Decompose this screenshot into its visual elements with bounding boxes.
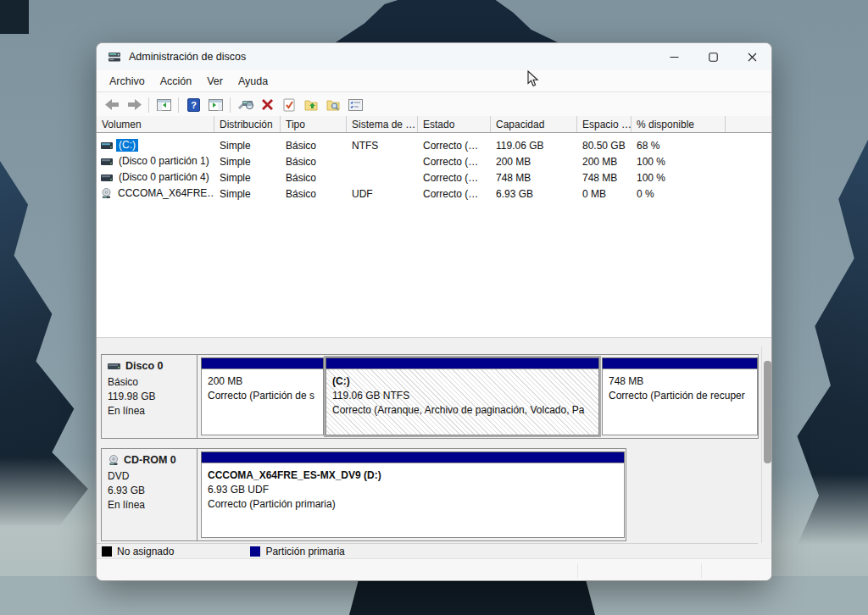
- partition-c[interactable]: (C:) 119.06 GB NTFS Correcto (Arranque, …: [326, 357, 599, 435]
- partition-size: 748 MB: [609, 374, 757, 389]
- cell-disponible: 68 %: [632, 140, 726, 152]
- help-button[interactable]: ?: [183, 96, 203, 114]
- statusbar-divider: [701, 563, 702, 579]
- volume-name[interactable]: (C:): [116, 139, 138, 152]
- disk-name: CD-ROM 0: [124, 454, 176, 466]
- cell-distribucion: Simple: [214, 156, 281, 168]
- show-action-pane-button[interactable]: [205, 96, 225, 114]
- properties-button[interactable]: [345, 96, 365, 114]
- toolbar: ?: [97, 92, 771, 118]
- scrollbar-thumb[interactable]: [764, 361, 771, 463]
- folder-search-icon: [326, 98, 340, 111]
- minimize-button[interactable]: [654, 43, 693, 70]
- partition-primary-strip: [602, 357, 758, 368]
- volume-row-partition1[interactable]: (Disco 0 partición 1) Simple Básico Corr…: [97, 153, 771, 169]
- mark-partition-button[interactable]: [279, 96, 299, 114]
- forward-button[interactable]: [124, 96, 144, 114]
- rescan-disks-button[interactable]: [235, 96, 255, 114]
- menu-ver[interactable]: Ver: [199, 73, 231, 90]
- partition-recovery[interactable]: 748 MB Correcto (Partición de recuper: [602, 357, 758, 435]
- disk-management-window: Administración de discos Archivo Acción …: [96, 42, 772, 581]
- disk0-row: Disco 0 Básico 119.98 GB En línea 200 MB…: [101, 354, 759, 439]
- disk-size: 119.98 GB: [108, 390, 197, 404]
- volume-list-header: Volumen Distribución Tipo Sistema de … E…: [97, 116, 771, 133]
- column-header-espacio[interactable]: Espacio …: [577, 116, 632, 132]
- open-button[interactable]: [301, 96, 321, 114]
- partition-primary-strip: [201, 452, 625, 463]
- show-console-tree-button[interactable]: [153, 96, 174, 114]
- column-header-volumen[interactable]: Volumen: [97, 116, 214, 132]
- menu-archivo[interactable]: Archivo: [102, 73, 153, 90]
- column-header-distribucion[interactable]: Distribución: [214, 116, 281, 132]
- delete-x-icon: [261, 98, 274, 111]
- disk-management-app-icon: [108, 50, 121, 64]
- cell-estado: Correcto (…: [418, 140, 491, 152]
- toolbar-separator: [178, 97, 179, 113]
- partition-system-reserved[interactable]: 200 MB Correcto (Partición de s: [201, 357, 324, 435]
- properties-list-icon: [348, 99, 363, 111]
- column-header-sistema[interactable]: Sistema de …: [347, 116, 418, 132]
- column-header-disponible[interactable]: % disponible: [632, 116, 726, 132]
- column-header-estado[interactable]: Estado: [418, 116, 491, 132]
- disk-type: DVD: [108, 469, 197, 484]
- disk-pane-scrollbar[interactable]: [761, 346, 772, 543]
- column-header-tipo[interactable]: Tipo: [281, 116, 347, 132]
- volume-name[interactable]: (Disco 0 partición 4): [116, 171, 212, 184]
- cell-capacidad: 6.93 GB: [491, 188, 577, 200]
- window-title: Administración de discos: [129, 51, 246, 63]
- cell-distribucion: Simple: [214, 188, 281, 200]
- cell-tipo: Básico: [281, 140, 347, 152]
- menu-accion[interactable]: Acción: [153, 73, 200, 90]
- drive-icon: [101, 141, 113, 150]
- cell-espacio: 0 MB: [577, 188, 632, 200]
- rescan-disks-icon: [237, 98, 253, 111]
- cdrom0-label-panel[interactable]: CD-ROM 0 DVD 6.93 GB En línea: [102, 449, 198, 540]
- cell-estado: Correcto (…: [418, 156, 491, 168]
- disk-graphical-pane: Disco 0 Básico 119.98 GB En línea 200 MB…: [97, 337, 771, 559]
- title-bar[interactable]: Administración de discos: [97, 43, 771, 70]
- legend-label-unallocated: No asignado: [117, 546, 174, 557]
- cell-tipo: Básico: [281, 172, 347, 184]
- cell-sistema: UDF: [347, 188, 418, 200]
- disk-type: Básico: [108, 375, 197, 390]
- volume-row-c[interactable]: (C:) Simple Básico NTFS Correcto (… 119.…: [97, 137, 771, 153]
- volume-name[interactable]: (Disco 0 partición 1): [116, 155, 212, 168]
- menu-ayuda[interactable]: Ayuda: [231, 73, 275, 90]
- wallpaper-mountain-bottom: [349, 578, 595, 615]
- maximize-button[interactable]: [693, 43, 732, 70]
- back-arrow-icon: [105, 99, 120, 110]
- partition-primary-strip: [201, 357, 324, 368]
- volume-list-body: (C:) Simple Básico NTFS Correcto (… 119.…: [97, 133, 771, 202]
- delete-volume-button[interactable]: [257, 96, 277, 114]
- volume-row-partition4[interactable]: (Disco 0 partición 4) Simple Básico Corr…: [97, 169, 771, 186]
- volume-name[interactable]: CCCOMA_X64FRE…: [115, 187, 214, 200]
- forward-arrow-icon: [127, 99, 142, 110]
- folder-up-icon: [304, 98, 318, 111]
- partition-status: Correcto (Partición de recuper: [609, 389, 757, 403]
- disk0-label-panel[interactable]: Disco 0 Básico 119.98 GB En línea: [102, 355, 198, 438]
- partition-dvd[interactable]: CCCOMA_X64FRE_ES-MX_DV9 (D:) 6.93 GB UDF…: [201, 452, 625, 538]
- close-button[interactable]: [732, 43, 771, 70]
- cell-capacidad: 200 MB: [491, 156, 577, 168]
- svg-text:?: ?: [191, 100, 197, 110]
- cell-capacidad: 119.06 GB: [491, 140, 577, 152]
- wallpaper-rock: [0, 0, 29, 34]
- cell-capacidad: 748 MB: [491, 172, 577, 184]
- cell-disponible: 100 %: [632, 172, 726, 184]
- menu-bar: Archivo Acción Ver Ayuda: [97, 70, 771, 92]
- cell-estado: Correcto (…: [418, 188, 491, 200]
- volume-row-dvd[interactable]: CCCOMA_X64FRE… Simple Básico UDF Correct…: [97, 186, 771, 202]
- document-check-icon: [283, 98, 295, 112]
- cell-disponible: 100 %: [632, 156, 726, 168]
- disk-status: En línea: [108, 404, 197, 418]
- cell-distribucion: Simple: [214, 140, 281, 152]
- disk-size: 6.93 GB: [108, 484, 197, 498]
- disk-icon: [108, 363, 121, 370]
- column-header-capacidad[interactable]: Capacidad: [491, 116, 577, 132]
- maximize-icon: [709, 53, 718, 62]
- drive-icon: [101, 158, 113, 166]
- disk-status: En línea: [108, 498, 197, 512]
- explore-button[interactable]: [323, 96, 343, 114]
- drive-icon: [101, 174, 113, 182]
- back-button[interactable]: [102, 96, 122, 114]
